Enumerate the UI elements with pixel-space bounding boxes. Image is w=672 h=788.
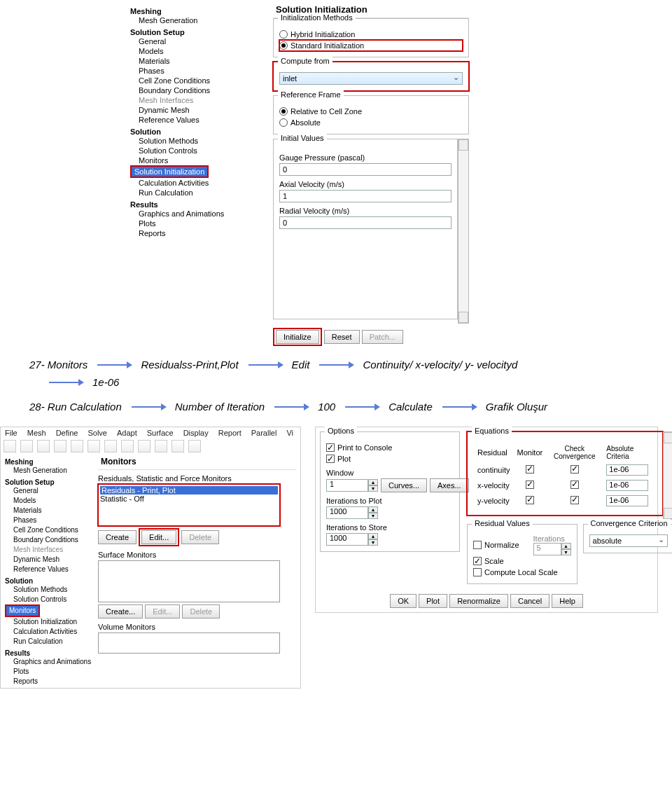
menu-solve[interactable]: Solve (88, 429, 107, 437)
tree-item[interactable]: Mesh Generation (130, 15, 265, 25)
checkbox-icon[interactable] (570, 465, 579, 474)
abs-criteria-input[interactable]: 1e-06 (606, 480, 648, 491)
gauge-pressure-input[interactable]: 0 (279, 163, 451, 176)
help-button[interactable]: Help (552, 594, 583, 608)
spin-down-icon[interactable]: ▼ (368, 513, 378, 519)
tool-icon[interactable] (138, 440, 150, 452)
tree-item[interactable]: General (5, 486, 94, 496)
menu-vi[interactable]: Vi (286, 429, 293, 437)
tree-item[interactable]: Solution Methods (5, 585, 94, 595)
checkbox-icon[interactable] (526, 465, 534, 474)
tree-item[interactable]: Run Calculation (130, 188, 265, 198)
cancel-button[interactable]: Cancel (510, 594, 550, 608)
scrollbar[interactable] (663, 431, 672, 520)
check-compute-local[interactable]: Compute Local Scale (473, 567, 571, 578)
radial-velocity-input[interactable]: 0 (279, 216, 451, 229)
ok-button[interactable]: OK (390, 594, 416, 608)
tree-item[interactable]: Materials (5, 506, 94, 516)
menu-adapt[interactable]: Adapt (117, 429, 137, 437)
tree-item[interactable]: Solution Methods (130, 136, 265, 146)
window-spinner[interactable]: 1▲▼ (326, 479, 378, 492)
menu-mesh[interactable]: Mesh (27, 429, 46, 437)
tree-item[interactable]: Plots (130, 219, 265, 228)
tool-icon[interactable] (121, 440, 134, 452)
tree-item[interactable]: Calculation Activities (130, 178, 265, 188)
spin-down-icon[interactable]: ▼ (368, 539, 378, 546)
axial-velocity-input[interactable]: 1 (279, 190, 451, 202)
tree-item[interactable]: Reference Values (5, 565, 94, 574)
tool-icon[interactable] (88, 440, 100, 452)
tree-item[interactable]: Solution Initialization (5, 617, 94, 627)
iterations-spinner[interactable]: 5▲▼ (533, 543, 571, 555)
tree-item[interactable]: Plots (5, 667, 94, 677)
tree-item[interactable]: Calculation Activities (5, 627, 94, 637)
delete-button[interactable]: Delete (182, 604, 220, 618)
radio-hybrid[interactable]: Hybrid Initialization (279, 29, 463, 40)
tree-item-solution-initialization[interactable]: Solution Initialization (130, 165, 209, 178)
tree-item[interactable]: Run Calculation (5, 637, 94, 647)
tree-item[interactable]: Dynamic Mesh (130, 105, 265, 115)
tree-item[interactable]: Models (130, 46, 265, 56)
menu-file[interactable]: File (5, 429, 18, 437)
iter-plot-spinner[interactable]: 1000▲▼ (326, 506, 454, 519)
spin-down-icon[interactable]: ▼ (561, 549, 571, 555)
menu-parallel[interactable]: Parallel (251, 429, 277, 437)
tree-item-monitors[interactable]: Monitors (5, 604, 40, 617)
checkbox-icon[interactable] (526, 481, 534, 489)
tree-item[interactable]: Phases (5, 516, 94, 525)
reset-button[interactable]: Reset (324, 330, 360, 344)
tree-item[interactable]: Cell Zone Conditions (5, 525, 94, 535)
spin-up-icon[interactable]: ▲ (368, 533, 378, 539)
volume-listbox[interactable] (98, 633, 280, 654)
edit-button[interactable]: Edit... (141, 530, 176, 544)
spin-up-icon[interactable]: ▲ (368, 479, 378, 485)
renormalize-button[interactable]: Renormalize (449, 594, 508, 608)
tree-item[interactable]: Phases (130, 66, 265, 76)
tree-item[interactable]: Mesh Interfaces (5, 545, 94, 555)
tool-icon[interactable] (155, 440, 167, 452)
menu-display[interactable]: Display (183, 429, 209, 437)
tree-item[interactable]: Graphics and Animations (130, 209, 265, 219)
convergence-combo[interactable]: absolute (589, 534, 668, 547)
tree-item[interactable]: Graphics and Animations (5, 657, 94, 667)
list-item[interactable]: Residuals - Print, Plot (100, 486, 278, 495)
create-button[interactable]: Create (98, 530, 136, 544)
spin-down-icon[interactable]: ▼ (368, 485, 378, 492)
check-scale[interactable]: Scale (473, 555, 571, 567)
plot-button[interactable]: Plot (419, 594, 447, 608)
tree-item[interactable]: Reports (5, 677, 94, 686)
radio-absolute[interactable]: Absolute (279, 117, 463, 128)
check-plot[interactable]: Plot (326, 453, 454, 464)
tree-item[interactable]: Mesh Generation (5, 466, 94, 476)
tree-item[interactable]: General (130, 36, 265, 46)
list-item[interactable]: Statistic - Off (100, 495, 278, 503)
residuals-listbox[interactable]: Residuals - Print, Plot Statistic - Off (98, 484, 280, 526)
tool-icon[interactable] (20, 440, 33, 452)
tree-item[interactable]: Solution Controls (130, 146, 265, 155)
tree-item[interactable]: Reference Values (130, 115, 265, 125)
axes-button[interactable]: Axes... (430, 478, 469, 492)
tree-item[interactable]: Boundary Conditions (5, 535, 94, 545)
iter-store-spinner[interactable]: 1000▲▼ (326, 533, 454, 546)
tree-item[interactable]: Reports (130, 228, 265, 238)
surface-listbox[interactable] (98, 560, 280, 602)
checkbox-icon[interactable] (526, 496, 534, 504)
spin-up-icon[interactable]: ▲ (368, 506, 378, 513)
edit-button[interactable]: Edit... (145, 604, 180, 618)
tree-item[interactable]: Boundary Conditions (130, 85, 265, 95)
tree-item[interactable]: Solution Controls (5, 595, 94, 604)
tool-icon[interactable] (4, 440, 16, 452)
checkbox-icon[interactable] (570, 481, 579, 489)
tool-icon[interactable] (54, 440, 66, 452)
curves-button[interactable]: Curves... (381, 478, 427, 492)
abs-criteria-input[interactable]: 1e-06 (606, 495, 648, 506)
tree-item[interactable]: Cell Zone Conditions (130, 76, 265, 85)
menu-report[interactable]: Report (218, 429, 241, 437)
menu-define[interactable]: Define (56, 429, 78, 437)
initialize-button[interactable]: Initialize (276, 330, 319, 344)
menu-surface[interactable]: Surface (147, 429, 174, 437)
tree-item[interactable]: Monitors (130, 155, 265, 165)
check-print[interactable]: Print to Console (326, 442, 454, 453)
scrollbar[interactable] (458, 139, 469, 324)
checkbox-icon[interactable] (570, 496, 579, 504)
